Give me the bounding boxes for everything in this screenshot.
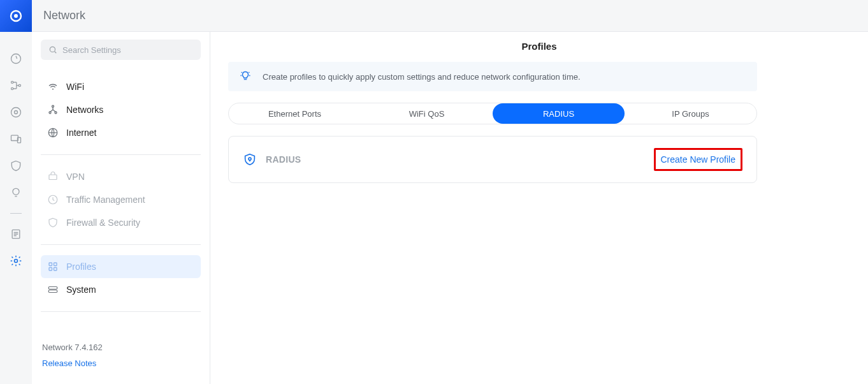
search-input[interactable]: [62, 45, 193, 55]
settings-icon[interactable]: [10, 255, 22, 267]
svg-rect-22: [54, 263, 57, 266]
svg-point-1: [14, 14, 18, 18]
svg-point-5: [18, 84, 20, 86]
svg-point-3: [11, 81, 13, 83]
svg-point-7: [15, 111, 18, 114]
sidebar-item-wifi[interactable]: WiFi: [41, 75, 201, 98]
sidebar-item-internet[interactable]: Internet: [41, 121, 201, 144]
tab-label: IP Groups: [672, 109, 709, 119]
profile-tabs: Ethernet Ports WiFi QoS RADIUS IP Groups: [228, 103, 757, 124]
sidebar-divider: [41, 244, 201, 245]
tab-label: RADIUS: [543, 109, 574, 119]
system-icon: [47, 284, 59, 295]
rail-divider: [10, 213, 22, 214]
record-icon[interactable]: [10, 106, 22, 119]
version-text: Network 7.4.162: [42, 343, 199, 352]
svg-point-4: [11, 87, 13, 89]
sidebar-item-label: WiFi: [66, 82, 84, 92]
sidebar-item-vpn[interactable]: VPN: [41, 165, 201, 188]
svg-rect-19: [49, 175, 57, 180]
svg-rect-25: [48, 287, 57, 290]
vpn-icon: [47, 171, 59, 182]
sidebar-item-label: VPN: [66, 172, 85, 182]
svg-rect-23: [49, 268, 52, 271]
tab-ethernet-ports[interactable]: Ethernet Ports: [229, 103, 361, 124]
sidebar-item-label: Profiles: [66, 262, 96, 272]
banner-text: Create profiles to quickly apply custom …: [263, 72, 581, 82]
info-banner: Create profiles to quickly apply custom …: [228, 62, 757, 91]
search-wrap[interactable]: [41, 40, 201, 60]
sidebar-item-networks[interactable]: Networks: [41, 98, 201, 121]
svg-point-6: [11, 108, 21, 117]
shield-icon[interactable]: [10, 159, 22, 172]
traffic-icon: [47, 194, 59, 205]
svg-rect-8: [11, 135, 18, 140]
svg-point-15: [52, 105, 54, 107]
app-logo[interactable]: [0, 0, 32, 32]
sidebar-item-label: Traffic Management: [66, 195, 145, 205]
tab-wifi-qos[interactable]: WiFi QoS: [361, 103, 493, 124]
tab-radius[interactable]: RADIUS: [493, 103, 625, 124]
sidebar-item-profiles[interactable]: Profiles: [41, 255, 201, 278]
svg-point-2: [11, 54, 21, 64]
svg-point-27: [249, 158, 251, 160]
svg-point-14: [52, 89, 54, 90]
svg-rect-24: [54, 268, 57, 271]
sidebar-item-label: Firewall & Security: [66, 218, 140, 228]
profiles-icon: [47, 261, 59, 272]
firewall-icon: [47, 217, 59, 228]
sidebar-item-label: System: [66, 284, 96, 295]
svg-rect-26: [48, 290, 57, 293]
dashboard-icon[interactable]: [10, 52, 22, 65]
sidebar-divider: [41, 154, 201, 155]
notes-icon[interactable]: [10, 228, 22, 240]
sidebar-item-traffic[interactable]: Traffic Management: [41, 188, 201, 211]
networks-icon: [47, 104, 59, 115]
icon-rail: [0, 0, 32, 384]
tab-label: WiFi QoS: [409, 109, 445, 119]
main-title: Profiles: [210, 32, 868, 62]
radius-shield-icon: [243, 152, 257, 166]
sidebar-item-firewall[interactable]: Firewall & Security: [41, 211, 201, 234]
tab-ip-groups[interactable]: IP Groups: [625, 103, 756, 124]
svg-point-13: [50, 47, 55, 52]
svg-point-17: [55, 112, 57, 114]
tab-label: Ethernet Ports: [268, 109, 321, 119]
lightbulb-icon: [240, 71, 251, 82]
topbar: Network: [32, 0, 868, 32]
radius-card: RADIUS Create New Profile: [228, 136, 757, 183]
svg-point-12: [15, 260, 18, 263]
sidebar-item-system[interactable]: System: [41, 278, 201, 301]
svg-point-10: [13, 188, 19, 195]
card-title: RADIUS: [266, 154, 301, 165]
page-title: Network: [43, 9, 85, 22]
svg-rect-21: [49, 263, 52, 266]
sidebar-item-label: Internet: [66, 128, 96, 138]
create-highlight: Create New Profile: [654, 148, 743, 171]
release-notes-link[interactable]: Release Notes: [42, 358, 199, 368]
wifi-icon: [47, 81, 59, 92]
devices-icon[interactable]: [10, 133, 22, 145]
sidebar-divider: [41, 311, 201, 312]
search-icon: [48, 45, 57, 54]
globe-icon: [47, 127, 59, 138]
settings-sidebar: WiFi Networks Internet VPN: [32, 32, 210, 384]
create-new-profile-button[interactable]: Create New Profile: [661, 154, 736, 165]
svg-point-16: [49, 112, 51, 114]
sidebar-item-label: Networks: [66, 105, 103, 115]
topology-icon[interactable]: [10, 79, 22, 92]
bulb-icon[interactable]: [10, 186, 22, 199]
